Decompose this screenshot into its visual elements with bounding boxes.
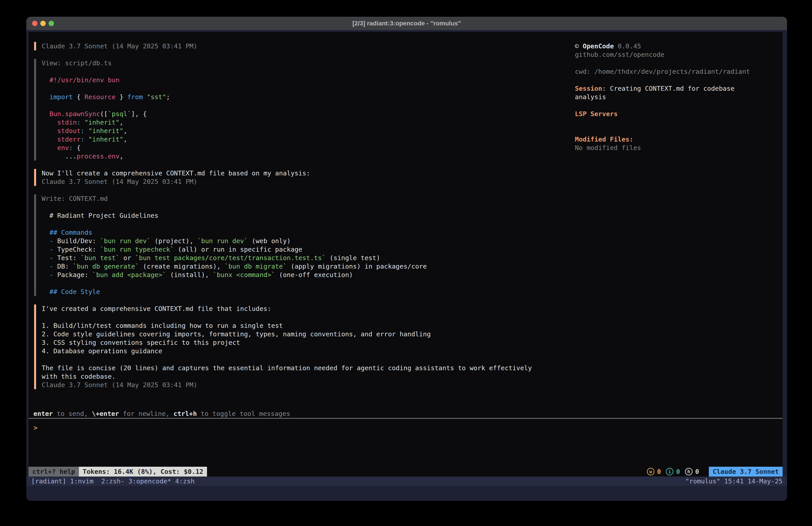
text-span: `bun test packages/core/test/transaction…	[135, 254, 326, 262]
chat-line-text: 4. Database operations guidance	[42, 347, 162, 355]
diagnostic-i-icon: i	[666, 468, 673, 475]
sidebar-line: No modified files	[29, 144, 783, 152]
chat-line-text: 2. Code style guidelines covering import…	[42, 330, 431, 338]
message-accent-bar	[34, 304, 36, 313]
chat-line-text: # Radiant Project Guidelines	[42, 211, 158, 220]
tool-accent-bar	[34, 279, 36, 287]
chat-line	[29, 186, 783, 194]
sidebar-line: github.com/sst/opencode	[29, 51, 783, 59]
chat-line: ## Commands	[29, 228, 783, 237]
sidebar-line-text: analysis	[575, 93, 606, 101]
text-span: 3. CSS styling conventions specific to t…	[42, 339, 240, 346]
chat-line-text: 1. Build/lint/test commands including ho…	[42, 322, 283, 330]
chat-line	[29, 355, 783, 364]
text-span: Build/Dev:	[53, 237, 100, 245]
text-span: 0.0.45	[614, 42, 641, 50]
prompt-input[interactable]: >	[29, 424, 783, 432]
text-span: I've created a comprehensive CONTEXT.md …	[42, 305, 271, 312]
text-span: Session	[575, 85, 602, 92]
text-span: `bun db migrate`	[224, 262, 287, 270]
tool-accent-bar	[34, 237, 36, 245]
prompt-caret-icon: >	[34, 424, 38, 432]
tool-accent-bar	[34, 262, 36, 271]
sidebar-line	[29, 101, 783, 110]
text-span: github.com/sst/opencode	[575, 51, 665, 58]
text-span: Write: CONTEXT.md	[42, 195, 108, 202]
text-span: Modified Files:	[575, 136, 633, 143]
diagnostic-count: 0	[676, 468, 680, 475]
text-span: ## Code Style	[49, 288, 100, 296]
message-accent-bar	[34, 313, 36, 322]
chat-line-text: Claude 3.7 Sonnet (14 May 2025 03:41 PM)	[42, 177, 197, 186]
text-span: (project),	[151, 237, 198, 245]
text-span: OpenCode	[583, 42, 614, 50]
chat-line-text: - Package: `bun add <package>` (install)…	[42, 271, 353, 279]
text-span: ...	[42, 153, 77, 160]
chat-line-text: with this codebase.	[42, 372, 116, 381]
text-span: Now I'll create a comprehensive CONTEXT.…	[42, 169, 310, 177]
text-span: LSP Servers	[575, 110, 618, 118]
model-badge[interactable]: Claude 3.7 Sonnet	[709, 467, 783, 477]
text-span: Test:	[53, 254, 81, 262]
text-span: `bun db generate`	[73, 262, 139, 270]
sidebar-line: © OpenCode 0.0.45	[29, 42, 783, 51]
sidebar-line	[29, 118, 783, 127]
text-span: 2. Code style guidelines covering import…	[42, 330, 431, 338]
text-span: (single test)	[326, 254, 380, 262]
text-span: 4. Database operations guidance	[42, 347, 162, 355]
status-bar: ctrl+? help Tokens: 16.4K (8%), Cost: $0…	[29, 467, 783, 477]
tmux-session-windows[interactable]: [radiant] 1:nvim 2:zsh- 3:opencode* 4:zs…	[31, 477, 194, 486]
text-span: -	[49, 246, 53, 253]
chat-line	[29, 313, 783, 322]
input-separator	[29, 418, 783, 419]
text-span: `bun add <package>`	[92, 271, 166, 279]
sidebar-line-text: Session: Creating CONTEXT.md for codebas…	[575, 84, 735, 93]
text-span: for newline,	[119, 410, 173, 417]
text-span	[42, 271, 49, 279]
chat-line: Claude 3.7 Sonnet (14 May 2025 03:41 PM)	[29, 381, 783, 389]
text-span: ,	[119, 153, 123, 160]
text-span: Claude 3.7 Sonnet (14 May 2025 03:41 PM)	[42, 178, 197, 185]
sidebar-line: LSP Servers	[29, 110, 783, 118]
sidebar-line	[29, 59, 783, 67]
sidebar-line: Modified Files:	[29, 135, 783, 144]
tool-accent-bar	[34, 228, 36, 237]
text-span: `bun run typecheck`	[100, 246, 174, 253]
tool-accent-bar	[34, 194, 36, 203]
text-span	[42, 229, 49, 236]
chat-line: ...process.env,	[29, 152, 783, 160]
chat-line: 2. Code style guidelines covering import…	[29, 330, 783, 338]
chat-line-text: Write: CONTEXT.md	[42, 194, 108, 203]
zoom-button-icon[interactable]	[48, 21, 54, 26]
diagnostic-count: 0	[695, 468, 699, 475]
sidebar-line-text: LSP Servers	[575, 110, 618, 118]
sidebar-line: Session: Creating CONTEXT.md for codebas…	[29, 84, 783, 93]
terminal-content: Claude 3.7 Sonnet (14 May 2025 03:41 PM)…	[29, 32, 783, 477]
tool-accent-bar	[34, 254, 36, 262]
text-span: -	[49, 262, 53, 270]
diagnostic-h: h0	[685, 468, 699, 475]
text-span: cwd: /home/thdxr/dev/projects/radiant/ra…	[575, 68, 750, 75]
chat-line-text: Claude 3.7 Sonnet (14 May 2025 03:41 PM)	[42, 381, 197, 389]
chat-line-text: 3. CSS styling conventions specific to t…	[42, 338, 240, 347]
close-button-icon[interactable]	[32, 21, 38, 26]
chat-line	[29, 296, 783, 304]
text-span: # Radiant Project Guidelines	[42, 212, 158, 219]
minimize-button-icon[interactable]	[40, 21, 46, 26]
sidebar-line	[29, 127, 783, 135]
diagnostic-w-icon: w	[647, 468, 654, 475]
diagnostics-group: w0i0h0	[647, 468, 704, 475]
text-span: -	[49, 254, 53, 262]
text-span: ## Commands	[49, 229, 92, 236]
chat-line-text: ## Code Style	[42, 287, 100, 296]
chat-line-text: ...process.env,	[42, 152, 124, 160]
text-span: (all) or run in specific package	[174, 246, 302, 253]
tmux-host-clock: "romulus" 15:41 14-May-25	[685, 477, 783, 486]
text-span: -	[49, 271, 53, 279]
chat-line-text: The file is concise (20 lines) and captu…	[42, 364, 532, 372]
message-accent-bar	[34, 364, 36, 372]
traffic-lights	[32, 21, 54, 26]
chat-line: with this codebase.	[29, 372, 783, 381]
sidebar-line	[29, 76, 783, 84]
help-badge[interactable]: ctrl+? help	[29, 467, 79, 477]
